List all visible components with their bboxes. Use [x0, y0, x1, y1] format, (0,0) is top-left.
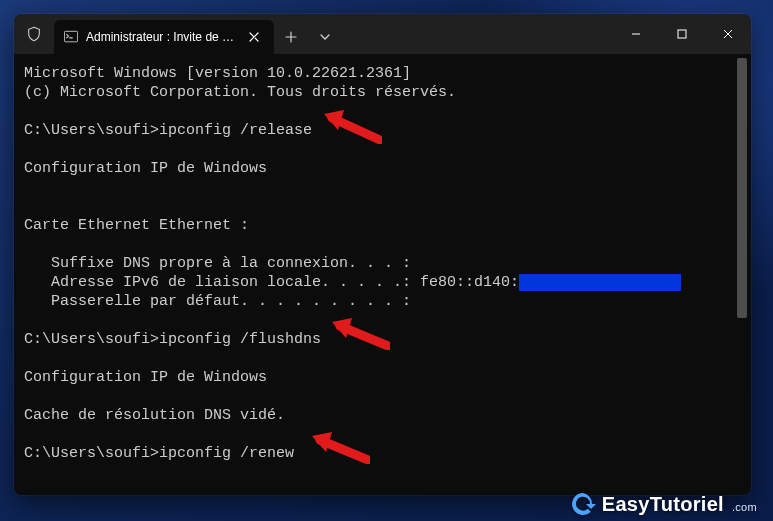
terminal-line: [24, 311, 745, 330]
tab-active[interactable]: Administrateur : Invite de commandes: [54, 20, 274, 54]
terminal-line: [24, 140, 745, 159]
terminal-line: Adresse IPv6 de liaison locale. . . . .:…: [24, 273, 745, 292]
shield-icon: [14, 14, 54, 54]
chevron-down-icon: [320, 32, 330, 42]
terminal-line: [24, 349, 745, 368]
watermark-suffix: .com: [732, 501, 757, 513]
window-close-button[interactable]: [705, 14, 751, 54]
scrollbar[interactable]: [735, 58, 749, 491]
terminal-line: Passerelle par défaut. . . . . . . . . :: [24, 292, 745, 311]
watermark-logo-icon: [570, 491, 596, 517]
terminal-line: Microsoft Windows [version 10.0.22621.23…: [24, 64, 745, 83]
tab-dropdown-button[interactable]: [308, 20, 342, 54]
terminal-line: [24, 235, 745, 254]
terminal-line: Carte Ethernet Ethernet :: [24, 216, 745, 235]
terminal-line: Configuration IP de Windows: [24, 368, 745, 387]
terminal-line: [24, 387, 745, 406]
tab-close-button[interactable]: [244, 27, 264, 47]
window-close-icon: [723, 29, 733, 39]
terminal-line: [24, 178, 745, 197]
window-controls: [613, 14, 751, 54]
tab-title: Administrateur : Invite de commandes: [86, 30, 236, 44]
terminal-line: [24, 425, 745, 444]
plus-icon: [285, 31, 297, 43]
terminal-line: Cache de résolution DNS vidé.: [24, 406, 745, 425]
terminal-line: [24, 197, 745, 216]
terminal-line: Suffixe DNS propre à la connexion. . . :: [24, 254, 745, 273]
watermark-brand: EasyTutoriel: [602, 493, 724, 516]
terminal-line: C:\Users\soufi>ipconfig /release: [24, 121, 745, 140]
new-tab-button[interactable]: [274, 20, 308, 54]
titlebar: Administrateur : Invite de commandes: [14, 14, 751, 54]
cmd-icon: [64, 30, 78, 44]
terminal-output[interactable]: Microsoft Windows [version 10.0.22621.23…: [14, 54, 751, 495]
terminal-window: Administrateur : Invite de commandes Mic…: [14, 14, 751, 495]
svg-rect-1: [678, 30, 686, 38]
scrollbar-thumb[interactable]: [737, 58, 747, 318]
terminal-line: C:\Users\soufi>ipconfig /renew: [24, 444, 745, 463]
redacted-ipv6: xxxxxxxxxxxxxxxxxx: [519, 274, 681, 291]
terminal-line: C:\Users\soufi>ipconfig /flushdns: [24, 330, 745, 349]
minimize-button[interactable]: [613, 14, 659, 54]
terminal-line: Configuration IP de Windows: [24, 159, 745, 178]
terminal-line: (c) Microsoft Corporation. Tous droits r…: [24, 83, 745, 102]
terminal-line: [24, 102, 745, 121]
titlebar-drag-region[interactable]: [342, 14, 613, 54]
maximize-icon: [677, 29, 687, 39]
maximize-button[interactable]: [659, 14, 705, 54]
watermark: EasyTutoriel .com: [570, 491, 757, 517]
svg-rect-0: [64, 31, 77, 42]
minimize-icon: [631, 29, 641, 39]
